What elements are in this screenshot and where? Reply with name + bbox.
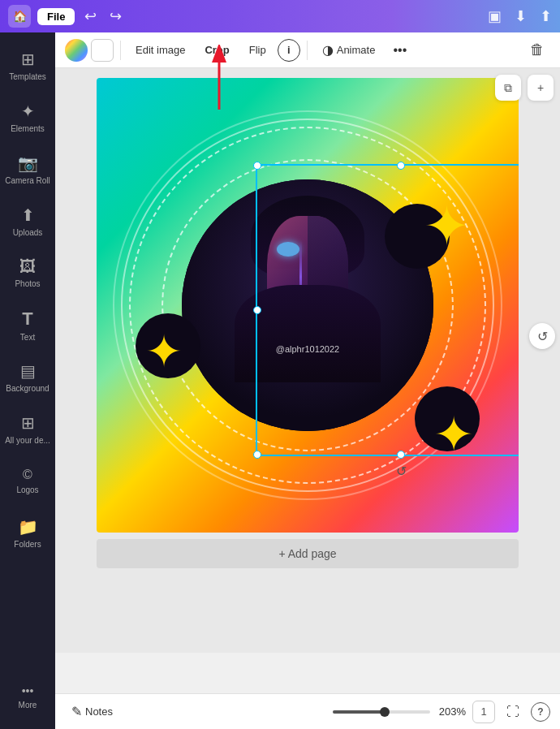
page-indicator-button[interactable]: 1	[472, 701, 495, 723]
folders-icon: 📁	[18, 517, 38, 537]
topbar-right-icons: ▣ ⬇ ⬆	[488, 7, 552, 25]
star-top-right: ✦	[424, 198, 470, 253]
zoom-value: 203%	[437, 705, 466, 718]
color-button[interactable]	[65, 39, 88, 62]
star-bottom-right: ✦	[433, 411, 474, 459]
home-icon: 🏠	[13, 10, 27, 23]
zoom-slider[interactable]	[333, 710, 430, 714]
toolbar-divider2	[307, 41, 308, 60]
star-left: ✦	[145, 330, 183, 374]
sidebar-label-background: Background	[6, 384, 49, 393]
photos-icon: 🖼	[19, 257, 36, 276]
sidebar-item-templates[interactable]: ⊞ Templates	[0, 39, 55, 91]
redo-button[interactable]: ↪	[106, 7, 125, 25]
white-color-button[interactable]	[91, 39, 114, 62]
sidebar-label-templates: Templates	[9, 72, 46, 81]
sidebar-label-logos: Logos	[16, 485, 38, 494]
flip-button[interactable]: Flip	[241, 40, 274, 60]
animate-button[interactable]: ◑ Animate	[314, 38, 384, 62]
sidebar-label-more: More	[19, 701, 37, 710]
present-icon[interactable]: ▣	[488, 7, 502, 25]
background-icon: ▤	[20, 361, 36, 381]
animate-icon: ◑	[322, 42, 334, 58]
file-label: File	[47, 11, 65, 23]
canvas-area: ⧉ + ↺	[55, 68, 560, 653]
delete-button[interactable]: 🗑	[524, 37, 550, 63]
sidebar-label-elements: Elements	[11, 124, 45, 133]
sidebar-label-camera-roll: Camera Roll	[5, 176, 50, 185]
logos-icon: ©	[23, 468, 32, 482]
download-icon[interactable]: ⬇	[515, 7, 527, 25]
sidebar-item-folders[interactable]: 📁 Folders	[0, 507, 55, 559]
more-icon: •••	[22, 684, 34, 697]
sidebar-item-photos[interactable]: 🖼 Photos	[0, 247, 55, 299]
info-button[interactable]: i	[278, 39, 300, 62]
text-icon: T	[22, 308, 32, 330]
canvas-top-controls: ⧉ +	[495, 75, 554, 101]
sidebar-item-more[interactable]: ••• More	[0, 671, 55, 723]
toolbar-divider	[120, 41, 121, 60]
bottombar: ✎ Notes 203% 1 ⛶ ?	[55, 693, 560, 729]
username-tag: @alphr1012022	[276, 344, 339, 354]
zoom-slider-fill	[333, 710, 386, 714]
sidebar-label-photos: Photos	[15, 279, 40, 288]
share-icon[interactable]: ⬆	[540, 7, 552, 25]
uploads-icon: ⬆	[21, 205, 35, 225]
templates-icon: ⊞	[21, 50, 35, 69]
sidebar-item-all-your-designs[interactable]: ⊞ All your de...	[0, 403, 55, 455]
rotate-handle[interactable]: ↺	[529, 323, 555, 349]
sidebar-item-logos[interactable]: © Logos	[0, 455, 55, 507]
elements-icon: ✦	[21, 101, 35, 121]
add-frame-button[interactable]: +	[528, 75, 554, 101]
sidebar-item-background[interactable]: ▤ Background	[0, 351, 55, 403]
home-button[interactable]: 🏠	[8, 5, 31, 28]
all-designs-icon: ⊞	[21, 413, 35, 433]
add-page-button[interactable]: + Add page	[97, 539, 519, 568]
notes-icon: ✎	[71, 704, 82, 719]
sidebar-label-all-designs: All your de...	[5, 436, 50, 445]
fullscreen-button[interactable]: ⛶	[502, 701, 524, 723]
notes-label: Notes	[85, 705, 113, 718]
undo-button[interactable]: ↩	[81, 7, 100, 25]
sidebar-item-uploads[interactable]: ⬆ Uploads	[0, 195, 55, 247]
sidebar-label-folders: Folders	[14, 540, 41, 549]
sidebar-label-text: Text	[20, 333, 35, 342]
sidebar: ⊞ Templates ✦ Elements 📷 Camera Roll ⬆ U…	[0, 32, 55, 729]
help-button[interactable]: ?	[531, 702, 550, 722]
sidebar-label-uploads: Uploads	[13, 228, 43, 237]
toolbar-more-button[interactable]: •••	[386, 39, 413, 62]
file-button[interactable]: File	[37, 8, 75, 25]
toolbar: Edit image Crop Flip i ◑ Animate ••• 🗑	[55, 32, 560, 68]
camera-roll-icon: 📷	[18, 153, 38, 173]
design-canvas[interactable]: @alphr1012022 ✦ ✦ ✦ ↺	[97, 78, 519, 533]
animate-label: Animate	[337, 44, 376, 56]
crop-button[interactable]: Crop	[196, 40, 237, 60]
sidebar-item-text[interactable]: T Text	[0, 299, 55, 351]
sidebar-item-camera-roll[interactable]: 📷 Camera Roll	[0, 143, 55, 195]
edit-image-button[interactable]: Edit image	[127, 40, 193, 60]
topbar: 🏠 File ↩ ↪ ▣ ⬇ ⬆	[0, 0, 560, 32]
sidebar-item-elements[interactable]: ✦ Elements	[0, 91, 55, 143]
zoom-slider-thumb[interactable]	[380, 707, 390, 717]
notes-button[interactable]: ✎ Notes	[65, 701, 119, 723]
duplicate-frame-button[interactable]: ⧉	[495, 75, 521, 101]
